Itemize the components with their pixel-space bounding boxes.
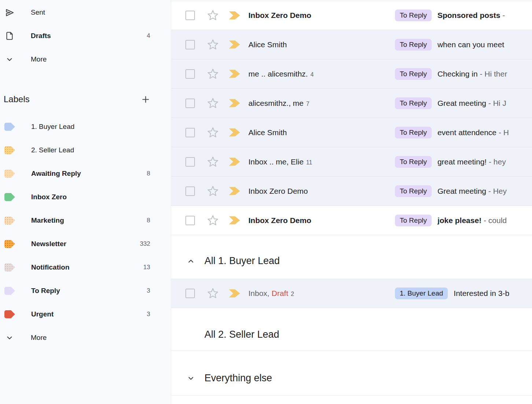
- snippet-separator: -: [500, 11, 505, 19]
- importance-marker-icon[interactable]: [229, 70, 240, 78]
- label-tag-icon: [4, 263, 15, 271]
- star-icon[interactable]: [207, 39, 219, 51]
- star-icon[interactable]: [207, 185, 219, 197]
- to-reply-badge[interactable]: To Reply: [395, 127, 432, 138]
- section-title: All 1. Buyer Lead: [204, 255, 280, 267]
- importance-marker-icon[interactable]: [229, 157, 240, 166]
- label-count: 13: [143, 264, 150, 271]
- chevron-down-icon: [4, 333, 15, 343]
- importance-marker-icon[interactable]: [229, 40, 240, 49]
- email-subject: Interested in 3-b: [454, 289, 509, 297]
- star-icon[interactable]: [207, 97, 219, 109]
- select-checkbox[interactable]: [185, 186, 195, 196]
- label-name: 1. Buyer Lead: [31, 123, 74, 131]
- message-count: 7: [306, 101, 310, 107]
- to-reply-badge[interactable]: To Reply: [395, 185, 432, 197]
- sidebar-label-notification[interactable]: Notification 13: [0, 256, 171, 279]
- select-checkbox[interactable]: [185, 157, 195, 167]
- label-name: Marketing: [31, 216, 64, 225]
- label-tag-icon: [4, 170, 15, 178]
- select-checkbox[interactable]: [185, 216, 195, 225]
- email-row[interactable]: Inbox Zero Demo To Reply joke please! - …: [171, 206, 532, 235]
- email-snippet: Hi J: [493, 99, 506, 107]
- sidebar-item-drafts[interactable]: Drafts 4: [0, 24, 171, 48]
- label-count: 8: [147, 217, 150, 224]
- select-checkbox[interactable]: [185, 99, 195, 108]
- section-title: Everything else: [204, 373, 272, 384]
- star-icon[interactable]: [207, 288, 219, 299]
- select-checkbox[interactable]: [185, 40, 195, 49]
- chevron-up-icon[interactable]: [186, 256, 196, 266]
- sidebar-item-sent[interactable]: Sent: [0, 1, 171, 24]
- star-icon[interactable]: [207, 10, 219, 21]
- select-checkbox[interactable]: [185, 289, 195, 298]
- sidebar-label-marketing[interactable]: Marketing 8: [0, 209, 171, 232]
- sidebar-label-to-reply[interactable]: To Reply 3: [0, 279, 171, 303]
- buyer-lead-badge[interactable]: 1. Buyer Lead: [395, 288, 448, 299]
- sender-name: Alice Smith: [248, 128, 287, 137]
- section-title: All 2. Seller Lead: [204, 329, 279, 340]
- star-icon[interactable]: [207, 68, 219, 80]
- to-reply-badge[interactable]: To Reply: [395, 39, 432, 51]
- email-row[interactable]: Inbox, Draft 2 1. Buyer Lead Interested …: [171, 279, 532, 308]
- sender-name: me .. alicesmithz.: [248, 70, 308, 78]
- sidebar-label-newsletter[interactable]: Newsletter 332: [0, 232, 171, 256]
- section-everything-else[interactable]: Everything else: [171, 351, 532, 396]
- select-checkbox[interactable]: [185, 128, 195, 137]
- sidebar-label-urgent[interactable]: Urgent 3: [0, 303, 171, 326]
- importance-marker-icon[interactable]: [229, 99, 240, 107]
- sidebar-item-label: Drafts: [31, 32, 51, 40]
- to-reply-badge[interactable]: To Reply: [395, 68, 432, 80]
- importance-marker-icon[interactable]: [229, 128, 240, 137]
- sidebar-item-more[interactable]: More: [0, 48, 171, 71]
- email-row[interactable]: alicesmithz., me7 To Reply Great meeting…: [171, 89, 532, 118]
- folder-label: Inbox,: [248, 289, 269, 298]
- label-count: 8: [147, 170, 150, 177]
- snippet-separator: -: [496, 128, 503, 137]
- send-icon: [4, 7, 15, 18]
- to-reply-badge[interactable]: To Reply: [395, 10, 432, 21]
- email-subject: Great meeting: [437, 187, 486, 195]
- importance-marker-icon[interactable]: [229, 216, 240, 225]
- label-name: Awaiting Reply: [31, 170, 81, 178]
- star-icon[interactable]: [207, 156, 219, 168]
- to-reply-badge[interactable]: To Reply: [395, 156, 432, 168]
- message-count: 11: [306, 159, 313, 166]
- section-buyer-lead[interactable]: All 1. Buyer Lead: [171, 235, 532, 279]
- select-checkbox[interactable]: [185, 69, 195, 79]
- chevron-down-icon[interactable]: [186, 374, 196, 383]
- to-reply-badge[interactable]: To Reply: [395, 97, 432, 109]
- sidebar-labels-more[interactable]: More: [0, 326, 171, 349]
- email-row[interactable]: Inbox .. me, Elie11 To Reply great meeti…: [171, 147, 532, 177]
- sidebar-label-inbox-zero[interactable]: Inbox Zero: [0, 185, 171, 209]
- star-icon[interactable]: [207, 215, 219, 226]
- importance-marker-icon[interactable]: [229, 187, 240, 195]
- sidebar-label-awaiting-reply[interactable]: Awaiting Reply 8: [0, 162, 171, 185]
- to-reply-badge[interactable]: To Reply: [395, 215, 432, 226]
- star-icon[interactable]: [207, 127, 219, 138]
- item-count: 4: [147, 32, 150, 40]
- email-row[interactable]: me .. alicesmithz.4 To Reply Checking in…: [171, 59, 532, 89]
- select-checkbox[interactable]: [185, 11, 195, 20]
- email-row[interactable]: Alice Smith To Reply event attendence - …: [171, 118, 532, 147]
- email-subject: event attendence: [437, 128, 496, 137]
- snippet-separator: -: [486, 99, 493, 107]
- sender-name: Alice Smith: [248, 40, 287, 49]
- sidebar-label-seller-lead[interactable]: 2. Seller Lead: [0, 138, 171, 162]
- email-row[interactable]: Alice Smith To Reply when can you meet: [171, 30, 532, 59]
- sidebar-label-buyer-lead[interactable]: 1. Buyer Lead: [0, 115, 171, 138]
- draft-icon: [4, 31, 15, 41]
- email-snippet: H: [503, 128, 509, 137]
- label-name: Newsletter: [31, 240, 66, 248]
- section-seller-lead[interactable]: All 2. Seller Lead: [171, 308, 532, 351]
- add-label-button[interactable]: [140, 94, 151, 104]
- draft-label: Draft: [271, 289, 288, 298]
- email-subject: Sponsored posts: [437, 11, 500, 19]
- label-count: 3: [147, 311, 150, 318]
- snippet-separator: -: [487, 157, 494, 166]
- importance-marker-icon[interactable]: [229, 289, 240, 298]
- email-row[interactable]: Inbox Zero Demo To Reply Great meeting -…: [171, 177, 532, 206]
- label-tag-icon: [4, 123, 15, 131]
- email-row[interactable]: Inbox Zero Demo To Reply Sponsored posts…: [171, 1, 532, 30]
- importance-marker-icon[interactable]: [229, 11, 240, 20]
